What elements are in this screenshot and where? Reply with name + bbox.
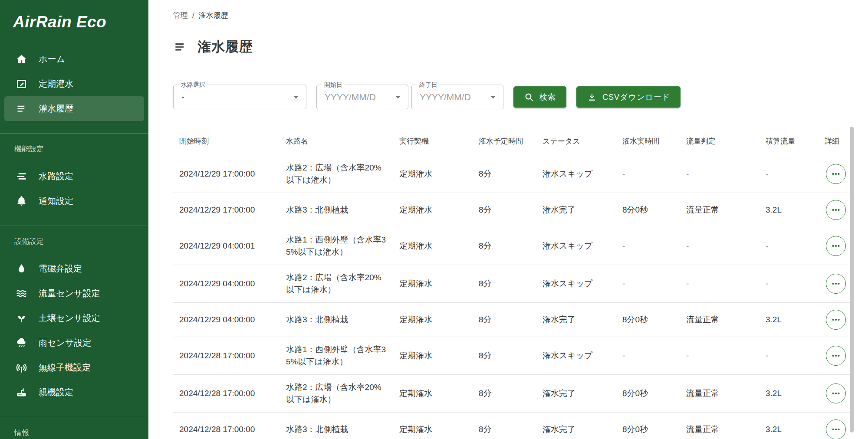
sidebar-nav: ホーム定期灌水灌水履歴機能設定水路設定通知設定設備設定電磁弁設定流量センサ設定土… (0, 47, 148, 439)
row-menu-button[interactable] (826, 236, 846, 256)
cell-actual_time: - (616, 233, 680, 259)
table-row: 2024/12/29 17:00:00水路2：広場（含水率20%以下は潅水）定期… (173, 155, 853, 193)
cell-flow_check: - (680, 233, 760, 259)
cell-actual_time: - (616, 343, 680, 368)
sidebar-item-label: ホーム (39, 53, 65, 65)
cell-planned_time: 8分 (473, 197, 536, 223)
cell-start_time: 2024/12/29 17:00:00 (173, 161, 280, 187)
cell-total_flow: 3.2L (760, 417, 819, 439)
row-menu-button[interactable] (826, 419, 846, 439)
row-menu-button[interactable] (826, 383, 846, 403)
cell-status: 潅水完了 (536, 417, 616, 439)
table-body: 2024/12/29 17:00:00水路2：広場（含水率20%以下は潅水）定期… (173, 155, 853, 439)
sidebar-item-home[interactable]: ホーム (4, 47, 144, 72)
cell-planned_time: 8分 (473, 307, 536, 332)
cell-total_flow: - (760, 161, 819, 187)
row-menu-button[interactable] (826, 274, 846, 294)
cell-flow_check: - (680, 271, 760, 296)
cell-start_time: 2024/12/28 17:00:00 (173, 417, 280, 439)
table-scrollbar-thumb[interactable] (850, 127, 854, 432)
cell-status: 潅水完了 (536, 197, 616, 223)
sidebar-item-wireless-unit-settings[interactable]: 無線子機設定 (4, 355, 144, 380)
sidebar-item-rain-sensor-settings[interactable]: 雨センサ設定 (4, 331, 144, 355)
main-content: 管理 / 潅水履歴 潅水履歴 水路選択 - 開始日 YYYY/MM/D 終了日 … (148, 0, 868, 439)
start-date-input[interactable]: 開始日 YYYY/MM/D (316, 85, 408, 109)
cell-detail (819, 164, 853, 184)
cell-flow_check: 流量正常 (680, 417, 760, 439)
column-header: 積算流量 (760, 136, 819, 146)
cell-planned_time: 8分 (473, 271, 536, 296)
cell-start_time: 2024/12/29 04:00:00 (173, 271, 280, 296)
cell-status: 潅水完了 (536, 381, 616, 406)
page-title: 潅水履歴 (197, 38, 253, 56)
column-header: 潅水予定時間 (473, 136, 536, 146)
app-logo: AirRain Eco (0, 0, 148, 47)
rain-icon (16, 337, 27, 349)
sidebar-item-valve-settings[interactable]: 電磁弁設定 (4, 256, 144, 281)
cell-status: 潅水完了 (536, 307, 616, 332)
filter-bar: 水路選択 - 開始日 YYYY/MM/D 終了日 YYYY/MM/D 検索 (173, 85, 868, 109)
cell-trigger: 定期潅水 (393, 197, 473, 223)
valve-icon (16, 263, 27, 275)
sidebar-item-soil-sensor-settings[interactable]: 土壌センサ設定 (4, 306, 144, 331)
sidebar-item-scheduled-irrigation[interactable]: 定期灌水 (4, 72, 144, 96)
column-header: 開始時刻 (173, 136, 280, 146)
row-menu-button[interactable] (826, 200, 846, 220)
cell-planned_time: 8分 (473, 343, 536, 368)
sidebar: AirRain Eco ホーム定期灌水灌水履歴機能設定水路設定通知設定設備設定電… (0, 0, 148, 439)
sidebar-section-label: 設備設定 (0, 226, 148, 256)
cell-flow_check: 流量正常 (680, 381, 760, 406)
breadcrumb: 管理 / 潅水履歴 (173, 10, 868, 20)
sidebar-item-irrigation-history[interactable]: 灌水履歴 (4, 96, 144, 121)
sidebar-item-label: 水路設定 (39, 170, 73, 182)
sidebar-item-label: 雨センサ設定 (39, 337, 91, 349)
cell-status: 潅水スキップ (536, 343, 616, 368)
cell-actual_time: - (616, 271, 680, 296)
home-icon (16, 53, 27, 65)
csv-download-button[interactable]: CSVダウンロード (576, 86, 681, 108)
cell-total_flow: - (760, 233, 819, 259)
csv-button-label: CSVダウンロード (602, 92, 670, 102)
end-date-placeholder: YYYY/MM/D (412, 92, 471, 102)
sidebar-item-label: 無線子機設定 (39, 362, 91, 373)
column-header: 詳細 (819, 136, 853, 146)
end-date-input[interactable]: 終了日 YYYY/MM/D (411, 85, 503, 109)
row-menu-button[interactable] (826, 310, 846, 330)
sidebar-item-label: 土壌センサ設定 (39, 312, 100, 324)
cell-actual_time: 8分0秒 (616, 307, 680, 332)
column-header: 流量判定 (680, 136, 760, 146)
sidebar-section-label: 情報 (0, 417, 148, 439)
router-icon (16, 387, 27, 398)
sidebar-item-label: 電磁弁設定 (39, 263, 82, 275)
cell-waterway: 水路2：広場（含水率20%以下は潅水） (280, 375, 393, 412)
cell-detail (819, 274, 853, 294)
sidebar-item-notification-settings[interactable]: 通知設定 (4, 189, 144, 213)
cell-detail (819, 236, 853, 256)
breadcrumb-parent[interactable]: 管理 (173, 10, 188, 20)
row-menu-button[interactable] (826, 164, 846, 184)
sidebar-item-waterway-settings[interactable]: 水路設定 (4, 164, 144, 189)
cell-start_time: 2024/12/29 17:00:00 (173, 197, 280, 223)
row-menu-button[interactable] (826, 346, 846, 366)
cell-total_flow: - (760, 271, 819, 296)
column-header: 潅水実時間 (616, 136, 680, 146)
search-button[interactable]: 検索 (513, 86, 566, 108)
cell-actual_time: - (616, 161, 680, 187)
chevron-down-icon (487, 92, 499, 103)
cell-waterway: 水路1：西側外壁（含水率35%以下は潅水） (280, 227, 393, 265)
waterway-select[interactable]: 水路選択 - (173, 85, 306, 109)
sidebar-item-flow-sensor-settings[interactable]: 流量センサ設定 (4, 281, 144, 306)
sidebar-item-base-unit-settings[interactable]: 親機設定 (4, 380, 144, 405)
cell-waterway: 水路2：広場（含水率20%以下は潅水） (280, 155, 393, 193)
sidebar-item-label: 灌水履歴 (39, 103, 73, 115)
cell-flow_check: - (680, 343, 760, 368)
table-row: 2024/12/29 04:00:01水路1：西側外壁（含水率35%以下は潅水）… (173, 227, 853, 265)
list-icon (16, 103, 27, 115)
cell-total_flow: - (760, 343, 819, 368)
cell-status: 潅水スキップ (536, 233, 616, 259)
table-row: 2024/12/28 17:00:00水路1：西側外壁（含水率35%以下は潅水）… (173, 337, 853, 375)
breadcrumb-separator: / (192, 11, 194, 20)
cell-start_time: 2024/12/29 04:00:00 (173, 307, 280, 332)
waterway-icon (16, 170, 27, 182)
soil-icon (16, 312, 27, 324)
